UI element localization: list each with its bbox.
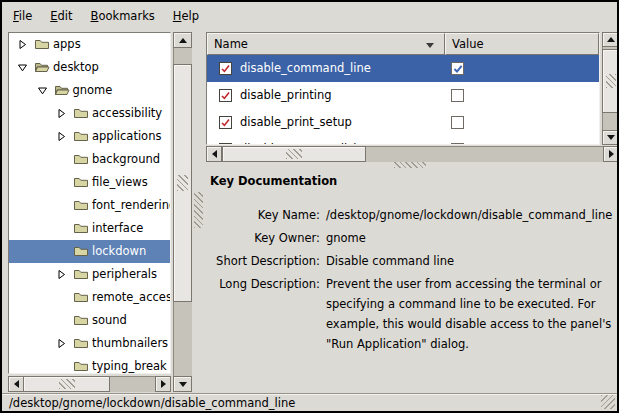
table-vertical-scrollbar[interactable] bbox=[602, 32, 619, 145]
status-bar: /desktop/gnome/lockdown/disable_command_… bbox=[2, 393, 617, 411]
scrollbar-thumb[interactable] bbox=[222, 146, 366, 162]
folder-closed-icon bbox=[73, 314, 89, 326]
value-checkbox[interactable] bbox=[451, 62, 464, 75]
folder-closed-icon bbox=[73, 337, 89, 349]
key-row-disable_print_setup[interactable]: disable_print_setup bbox=[207, 109, 599, 136]
tree-item-typing_break[interactable]: typing_break bbox=[9, 355, 170, 374]
menu-help[interactable]: Help bbox=[164, 4, 208, 28]
folder-open-icon bbox=[34, 61, 50, 73]
menu-bookmarks[interactable]: Bookmarks bbox=[82, 4, 164, 28]
column-header-value[interactable]: Value bbox=[445, 33, 599, 55]
expander-icon[interactable] bbox=[17, 39, 28, 50]
tree-item-apps[interactable]: apps bbox=[9, 33, 170, 56]
tree-item-lockdown[interactable]: lockdown bbox=[9, 240, 170, 263]
tree-item-accessibility[interactable]: accessibility bbox=[9, 102, 170, 125]
resize-grip-icon[interactable] bbox=[601, 395, 615, 409]
key-row-disable_save_to_disk[interactable]: disable_save_to_disk bbox=[207, 136, 599, 145]
menu-item-label: Bookmarks bbox=[91, 9, 155, 23]
key-row-disable_command_line[interactable]: disable_command_line bbox=[207, 55, 599, 82]
tree-vertical-scrollbar[interactable] bbox=[173, 32, 192, 392]
tree-horizontal-scrollbar[interactable] bbox=[8, 376, 171, 392]
tree-item-peripherals[interactable]: peripherals bbox=[9, 263, 170, 286]
key-icon bbox=[219, 62, 232, 75]
folder-icon bbox=[73, 245, 89, 257]
triangle-right-icon bbox=[56, 108, 67, 119]
tree-item-remote_access[interactable]: remote_access bbox=[9, 286, 170, 309]
scroll-up-button[interactable] bbox=[173, 32, 192, 48]
folder-icon bbox=[73, 268, 89, 280]
triangle-right-icon bbox=[17, 39, 28, 50]
grip-icon bbox=[194, 192, 203, 228]
scroll-left-button[interactable] bbox=[206, 146, 222, 162]
menu-item-label: Help bbox=[173, 9, 199, 23]
key-name-label: disable_command_line bbox=[240, 55, 371, 81]
scroll-down-button[interactable] bbox=[173, 376, 192, 392]
sort-indicator-icon bbox=[426, 43, 434, 48]
expander-icon[interactable] bbox=[56, 338, 67, 349]
scroll-right-button[interactable] bbox=[603, 146, 619, 162]
tree-item-desktop[interactable]: desktop bbox=[9, 56, 170, 79]
tree-item-label: gnome bbox=[73, 79, 113, 101]
tree-item-label: desktop bbox=[53, 56, 99, 78]
folder-closed-icon bbox=[34, 38, 50, 50]
folder-icon bbox=[34, 38, 50, 50]
tree-item-label: accessibility bbox=[92, 102, 162, 124]
tree-item-file_views[interactable]: file_views bbox=[9, 171, 170, 194]
docs-heading: Key Documentation bbox=[206, 169, 617, 188]
config-tree: apps desktop bbox=[8, 32, 171, 374]
tree-item-interface[interactable]: interface bbox=[9, 217, 170, 240]
table-horizontal-scrollbar[interactable] bbox=[206, 146, 619, 162]
tree-item-sound[interactable]: sound bbox=[9, 309, 170, 332]
tree-item-background[interactable]: background bbox=[9, 148, 170, 171]
tree-item-applications[interactable]: applications bbox=[9, 125, 170, 148]
arrow-up-icon bbox=[179, 38, 187, 43]
tree-item-font_rendering[interactable]: font_rendering bbox=[9, 194, 170, 217]
tree-item-gnome[interactable]: gnome bbox=[9, 79, 170, 102]
menu-file[interactable]: File bbox=[4, 4, 41, 28]
scroll-left-button[interactable] bbox=[8, 376, 24, 392]
expander-icon[interactable] bbox=[56, 131, 67, 142]
triangle-down-icon bbox=[37, 85, 48, 96]
tree-item-label: sound bbox=[92, 309, 127, 331]
folder-closed-icon bbox=[73, 130, 89, 142]
folder-open-icon bbox=[54, 84, 70, 96]
grip-icon bbox=[59, 379, 75, 389]
key-icon bbox=[219, 143, 232, 145]
doc-field-label: Short Description: bbox=[206, 251, 320, 271]
tree-item-label: peripherals bbox=[92, 263, 157, 285]
triangle-right-icon bbox=[56, 131, 67, 142]
folder-closed-icon bbox=[73, 245, 89, 257]
expander-icon[interactable] bbox=[56, 269, 67, 280]
column-header-label: Value bbox=[452, 37, 484, 51]
table-header: Name Value bbox=[207, 33, 599, 55]
key-name-label: disable_print_setup bbox=[240, 109, 352, 135]
value-checkbox[interactable] bbox=[451, 89, 464, 102]
expander-icon[interactable] bbox=[37, 85, 48, 96]
key-icon bbox=[219, 116, 232, 129]
docs-panel-splitter[interactable] bbox=[206, 161, 619, 169]
key-row-disable_printing[interactable]: disable_printing bbox=[207, 82, 599, 109]
grip-icon bbox=[394, 162, 426, 168]
scrollbar-thumb[interactable] bbox=[602, 49, 619, 113]
scroll-up-button[interactable] bbox=[602, 32, 619, 47]
scroll-right-button[interactable] bbox=[155, 376, 171, 392]
expander-icon[interactable] bbox=[17, 62, 28, 73]
column-header-name[interactable]: Name bbox=[207, 33, 445, 55]
tree-item-thumbnailers[interactable]: thumbnailers bbox=[9, 332, 170, 355]
triangle-right-icon bbox=[56, 338, 67, 349]
scrollbar-thumb[interactable] bbox=[23, 376, 110, 392]
scroll-down-button[interactable] bbox=[602, 130, 619, 145]
arrow-left-icon bbox=[212, 150, 217, 158]
doc-field-label: Long Description: bbox=[206, 274, 320, 354]
tree-panel-splitter[interactable] bbox=[193, 32, 205, 392]
grip-icon bbox=[177, 175, 188, 191]
folder-icon bbox=[73, 107, 89, 119]
value-checkbox[interactable] bbox=[451, 143, 464, 145]
expander-icon[interactable] bbox=[56, 108, 67, 119]
folder-icon bbox=[54, 84, 70, 96]
scrollbar-thumb[interactable] bbox=[173, 64, 192, 302]
triangle-down-icon bbox=[17, 62, 28, 73]
menu-edit[interactable]: Edit bbox=[41, 4, 81, 28]
tree-item-label: interface bbox=[92, 217, 143, 239]
value-checkbox[interactable] bbox=[451, 116, 464, 129]
